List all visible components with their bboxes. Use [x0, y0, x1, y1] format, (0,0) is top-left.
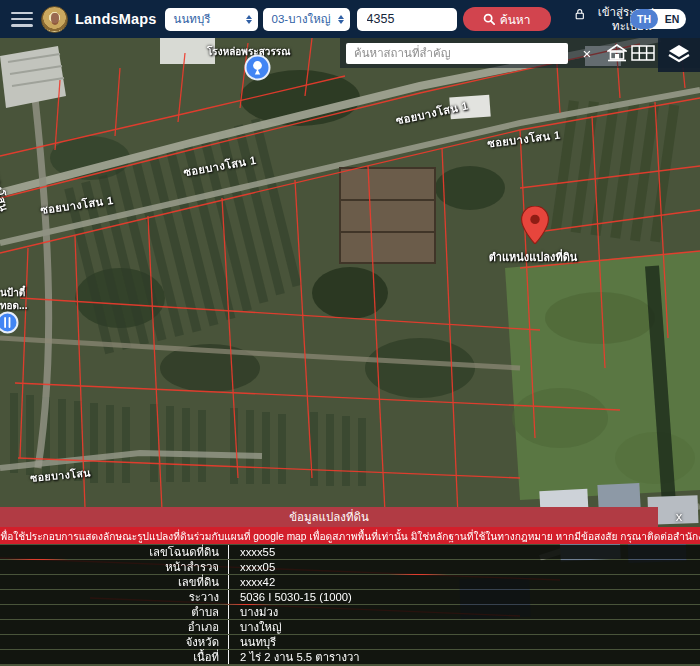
table-row: เลขโฉนดที่ดิน xxxx55 — [0, 545, 700, 559]
table-row: อำเภอ บางใหญ่ — [0, 620, 700, 634]
chevron-updown-icon — [338, 15, 344, 24]
district-select-value: 03-บางใหญ่ — [272, 10, 331, 28]
table-row: เลขที่ดิน xxxx42 — [0, 575, 700, 589]
grid-view-button[interactable] — [630, 41, 656, 65]
place-pin-icon — [244, 54, 271, 81]
dol-logo-icon — [41, 6, 68, 33]
parcel-number-input[interactable] — [357, 8, 457, 31]
lang-en-button[interactable]: EN — [658, 9, 686, 29]
row-value: บางม่วง — [229, 605, 700, 619]
row-value: นนทบุรี — [229, 635, 700, 649]
layers-button[interactable] — [658, 38, 700, 72]
parcel-marker-pin-icon — [521, 206, 549, 248]
province-select-value: นนทบุรี — [174, 10, 211, 28]
chevron-updown-icon — [246, 15, 252, 24]
table-row: ตำบล บางม่วง — [0, 605, 700, 619]
disclaimer-notice: ข้อมูลนี้เพื่อใช้ประกอบการแสดงลักษณะรูปแ… — [0, 527, 700, 544]
row-label: ตำบล — [0, 605, 229, 619]
table-row: หน้าสำรวจ xxxx05 — [0, 560, 700, 574]
parcel-info-table: เลขโฉนดที่ดิน xxxx55 หน้าสำรวจ xxxx05 เล… — [0, 545, 700, 665]
table-row: ระวาง 5036 I 5030-15 (1000) — [0, 590, 700, 604]
row-label: จังหวัด — [0, 635, 229, 649]
search-button[interactable]: ค้นหา — [463, 7, 551, 31]
parcel-info-panel-title: ข้อมูลแปลงที่ดิน — [0, 507, 658, 527]
grid-icon — [631, 45, 655, 61]
row-value: xxxx42 — [229, 575, 700, 589]
row-value: บางใหญ่ — [229, 620, 700, 634]
province-select[interactable]: นนทบุรี — [165, 8, 258, 31]
table-row: เนื้อที่ 2 ไร่ 2 งาน 5.5 ตารางวา — [0, 650, 700, 664]
bank-building-icon — [607, 44, 627, 62]
panel-close-button[interactable]: x — [668, 505, 690, 527]
poi-marker[interactable] — [0, 311, 19, 338]
home-parcel-button[interactable] — [604, 41, 630, 65]
language-toggle[interactable]: TH EN — [630, 9, 686, 29]
row-label: เลขโฉนดที่ดิน — [0, 545, 229, 559]
app-title: LandsMaps — [75, 11, 157, 27]
place-search-input[interactable] — [346, 43, 568, 64]
search-button-label: ค้นหา — [500, 10, 531, 29]
row-value: xxxx55 — [229, 545, 700, 559]
row-label: หน้าสำรวจ — [0, 560, 229, 574]
row-label: ระวาง — [0, 590, 229, 604]
row-value: 5036 I 5030-15 (1000) — [229, 590, 700, 604]
menu-icon[interactable] — [11, 12, 33, 27]
table-row: จังหวัด นนทบุรี — [0, 635, 700, 649]
row-value: xxxx05 — [229, 560, 700, 574]
poi-marker[interactable] — [244, 54, 271, 85]
clear-search-icon[interactable]: × — [574, 42, 600, 64]
row-value: 2 ไร่ 2 งาน 5.5 ตารางวา — [229, 650, 700, 664]
search-icon — [483, 13, 495, 25]
row-label: อำเภอ — [0, 620, 229, 634]
district-select[interactable]: 03-บางใหญ่ — [263, 8, 350, 31]
top-bar: LandsMaps นนทบุรี 03-บางใหญ่ ค้นหา เข้าส… — [0, 0, 700, 38]
layers-icon — [667, 44, 691, 66]
lock-icon — [575, 7, 585, 21]
restaurant-pin-icon — [0, 311, 19, 334]
map-toolbar: × — [340, 38, 700, 68]
lang-th-button[interactable]: TH — [630, 9, 658, 29]
row-label: เลขที่ดิน — [0, 575, 229, 589]
parcel-marker-label: ตำแหน่งแปลงที่ดิน — [468, 248, 598, 266]
row-label: เนื้อที่ — [0, 650, 229, 664]
